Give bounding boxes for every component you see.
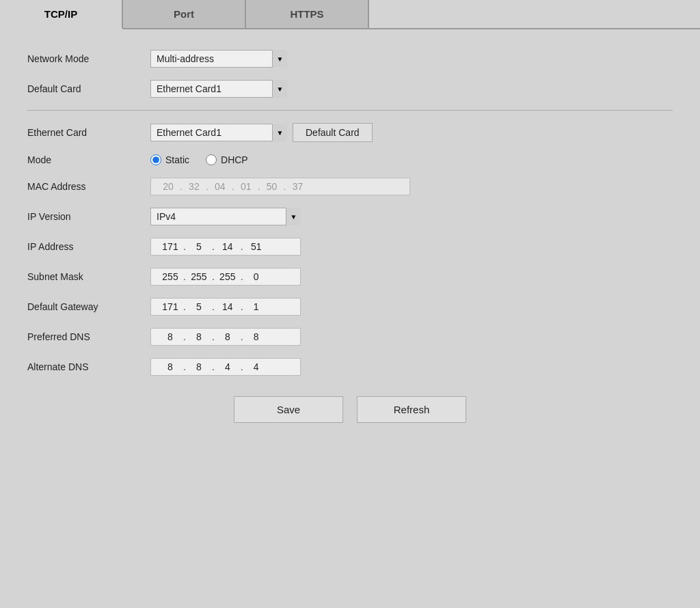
mode-static-radio[interactable] <box>150 154 161 165</box>
ip-address-octet-3[interactable] <box>215 241 240 252</box>
mac-octet-5: 50 <box>262 181 282 192</box>
ip-address-label: IP Address <box>27 241 150 252</box>
ip-version-select-wrapper: IPv4 IPv6 ▼ <box>150 208 301 225</box>
tab-https[interactable]: HTTPS <box>246 0 369 28</box>
mode-dhcp-radio[interactable] <box>206 154 217 165</box>
ip-address-box: . . . <box>150 238 301 255</box>
network-mode-row: Network Mode Multi-address Single-addres… <box>27 50 673 68</box>
default-gateway-octet-3[interactable] <box>215 301 240 312</box>
ip-version-control: IPv4 IPv6 ▼ <box>150 208 301 225</box>
subnet-mask-row: Subnet Mask . . . <box>27 268 673 286</box>
preferred-dns-control: . . . <box>150 328 301 346</box>
ip-address-octet-2[interactable] <box>187 241 211 252</box>
ethernet-card-select[interactable]: Ethernet Card1 Ethernet Card2 <box>150 124 287 141</box>
subnet-mask-octet-1[interactable] <box>158 271 183 282</box>
network-mode-label: Network Mode <box>27 53 150 64</box>
ethernet-card-row: Ethernet Card Ethernet Card1 Ethernet Ca… <box>27 123 673 142</box>
mode-dhcp-radio-label[interactable]: DHCP <box>206 154 248 165</box>
ethernet-card-label: Ethernet Card <box>27 127 150 138</box>
mode-dhcp-text: DHCP <box>221 154 248 165</box>
alternate-dns-octet-1[interactable] <box>158 361 183 372</box>
tab-tcpip[interactable]: TCP/IP <box>0 0 123 29</box>
default-gateway-octet-4[interactable] <box>244 301 269 312</box>
mode-radio-group: Static DHCP <box>150 154 248 165</box>
preferred-dns-octet-2[interactable] <box>187 331 211 342</box>
ethernet-card-select-wrapper: Ethernet Card1 Ethernet Card2 ▼ <box>150 124 287 141</box>
mode-control: Static DHCP <box>150 154 248 165</box>
mac-octet-4: 01 <box>236 181 256 192</box>
mac-octet-1: 20 <box>158 181 178 192</box>
mode-row: Mode Static DHCP <box>27 154 673 165</box>
ip-address-control: . . . <box>150 238 301 255</box>
default-card-control: Ethernet Card1 Ethernet Card2 ▼ <box>150 80 287 98</box>
alternate-dns-label: Alternate DNS <box>27 361 150 372</box>
alternate-dns-row: Alternate DNS . . . <box>27 358 673 376</box>
preferred-dns-octet-3[interactable] <box>215 331 240 342</box>
ip-version-label: IP Version <box>27 211 150 222</box>
default-card-select[interactable]: Ethernet Card1 Ethernet Card2 <box>150 80 287 98</box>
default-gateway-octet-1[interactable] <box>158 301 183 312</box>
mac-address-control: 20 . 32 . 04 . 01 . 50 . 37 <box>150 178 410 195</box>
default-gateway-octet-2[interactable] <box>187 301 211 312</box>
default-gateway-box: . . . <box>150 298 301 316</box>
main-container: TCP/IP Port HTTPS Network Mode Multi-add… <box>0 0 700 608</box>
network-mode-control: Multi-address Single-address ▼ <box>150 50 287 68</box>
default-card-select-wrapper: Ethernet Card1 Ethernet Card2 ▼ <box>150 80 287 98</box>
ip-version-row: IP Version IPv4 IPv6 ▼ <box>27 208 673 225</box>
default-gateway-row: Default Gateway . . . <box>27 298 673 316</box>
alternate-dns-octet-4[interactable] <box>244 361 269 372</box>
preferred-dns-octet-4[interactable] <box>244 331 269 342</box>
preferred-dns-label: Preferred DNS <box>27 331 150 342</box>
default-gateway-label: Default Gateway <box>27 301 150 312</box>
mac-octet-2: 32 <box>184 181 204 192</box>
default-card-row: Default Card Ethernet Card1 Ethernet Car… <box>27 80 673 98</box>
default-card-label: Default Card <box>27 83 150 94</box>
alternate-dns-octet-2[interactable] <box>187 361 211 372</box>
subnet-mask-label: Subnet Mask <box>27 271 150 282</box>
mac-address-label: MAC Address <box>27 181 150 192</box>
default-gateway-control: . . . <box>150 298 301 316</box>
ip-version-select[interactable]: IPv4 IPv6 <box>150 208 301 225</box>
mac-octet-3: 04 <box>210 181 230 192</box>
ethernet-card-control: Ethernet Card1 Ethernet Card2 ▼ Default … <box>150 123 373 142</box>
alternate-dns-box: . . . <box>150 358 301 376</box>
tab-port[interactable]: Port <box>123 0 246 28</box>
ip-address-octet-4[interactable] <box>244 241 269 252</box>
subnet-mask-octet-3[interactable] <box>215 271 240 282</box>
subnet-mask-control: . . . <box>150 268 301 286</box>
bottom-buttons: Save Refresh <box>27 396 673 437</box>
network-mode-select-wrapper: Multi-address Single-address ▼ <box>150 50 287 68</box>
default-card-button[interactable]: Default Card <box>293 123 373 142</box>
subnet-mask-octet-4[interactable] <box>244 271 269 282</box>
mode-label: Mode <box>27 154 150 165</box>
mode-static-radio-label[interactable]: Static <box>150 154 189 165</box>
save-button[interactable]: Save <box>234 396 343 423</box>
subnet-mask-octet-2[interactable] <box>187 271 211 282</box>
alternate-dns-octet-3[interactable] <box>215 361 240 372</box>
content-area: Network Mode Multi-address Single-addres… <box>0 29 700 608</box>
divider <box>27 110 673 111</box>
mac-address-row: MAC Address 20 . 32 . 04 . 01 . 50 . 37 <box>27 178 673 195</box>
refresh-button[interactable]: Refresh <box>357 396 466 423</box>
tab-bar: TCP/IP Port HTTPS <box>0 0 700 29</box>
preferred-dns-octet-1[interactable] <box>158 331 183 342</box>
preferred-dns-row: Preferred DNS . . . <box>27 328 673 346</box>
mode-static-text: Static <box>165 154 189 165</box>
mac-address-display: 20 . 32 . 04 . 01 . 50 . 37 <box>150 178 410 195</box>
alternate-dns-control: . . . <box>150 358 301 376</box>
network-mode-select[interactable]: Multi-address Single-address <box>150 50 287 68</box>
subnet-mask-box: . . . <box>150 268 301 286</box>
ip-address-row: IP Address . . . <box>27 238 673 255</box>
mac-octet-6: 37 <box>287 181 308 192</box>
preferred-dns-box: . . . <box>150 328 301 346</box>
ip-address-octet-1[interactable] <box>158 241 183 252</box>
